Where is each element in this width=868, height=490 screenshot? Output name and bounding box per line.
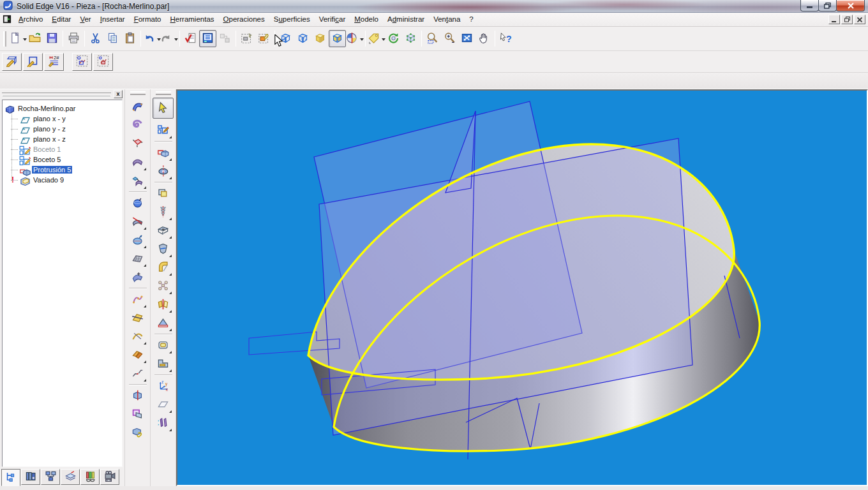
split-curve-button[interactable] [128, 364, 147, 383]
tree-item-plano-x-y[interactable]: plano x - y [4, 114, 121, 124]
menu-verificar[interactable]: Verificar [315, 13, 350, 26]
section-view-button[interactable] [346, 30, 363, 47]
relationship-dimensions-button[interactable]: 2# [44, 53, 64, 71]
hide-construction-button[interactable] [93, 53, 113, 71]
show-construction-button[interactable] [72, 53, 92, 71]
edgebar-header[interactable]: x [0, 89, 124, 99]
flyout-indicator[interactable] [169, 273, 172, 276]
derived-curve-button[interactable] [128, 327, 147, 346]
help-select-button[interactable]: ? [497, 30, 514, 47]
round-button[interactable] [153, 258, 173, 277]
validate-document-button[interactable] [182, 30, 199, 47]
fit-view-button[interactable] [458, 30, 475, 47]
hole-button[interactable] [153, 221, 173, 240]
thin-wall-button[interactable] [153, 336, 173, 355]
dropdown-caret[interactable] [360, 38, 364, 43]
menu-operaciones[interactable]: Operaciones [219, 13, 269, 26]
menu-archivo[interactable]: Archivo [14, 13, 47, 26]
menu-formato[interactable]: Formato [130, 13, 166, 26]
cutout-button[interactable] [153, 184, 173, 203]
flyout-indicator[interactable] [144, 305, 146, 308]
dropdown-caret[interactable] [174, 38, 178, 43]
protrusion-button[interactable] [153, 144, 173, 162]
edgebar-tab-sensors[interactable] [80, 469, 100, 485]
flyout-indicator[interactable] [144, 379, 146, 382]
mirror-button[interactable] [153, 295, 173, 314]
viewport-3d[interactable] [176, 89, 868, 486]
flyout-indicator[interactable] [169, 410, 172, 413]
menu-insertar[interactable]: Insertar [96, 13, 130, 26]
bounded-surface-button[interactable] [128, 135, 147, 153]
select-tool-button[interactable] [153, 98, 174, 119]
model-view[interactable] [177, 91, 867, 485]
menu-herramientas[interactable]: Herramientas [166, 13, 219, 26]
draw-in-sketch-button[interactable] [2, 53, 22, 71]
select-attachments-button[interactable] [255, 30, 273, 47]
part-copy-button[interactable] [153, 414, 173, 433]
tree-item-protrusi-n-5[interactable]: Protrusión 5 [4, 165, 121, 175]
offset-surface-button[interactable] [128, 153, 147, 172]
sketch-feature-button[interactable] [153, 121, 173, 140]
paste-button[interactable] [121, 30, 138, 47]
flyout-indicator[interactable] [169, 329, 172, 331]
menu-administrar[interactable]: Administrar [383, 13, 429, 26]
menu-modelo[interactable]: Modelo [350, 13, 383, 26]
save-button[interactable] [43, 30, 61, 47]
flyout-indicator[interactable] [169, 177, 172, 179]
tree-item-vaciado-9[interactable]: !Vaciado 9 [4, 175, 121, 185]
select-visible-button[interactable] [238, 30, 255, 47]
shaded-view-button[interactable] [311, 30, 329, 47]
edgebar-tab-pathfinder[interactable] [1, 469, 20, 486]
pattern-button[interactable] [153, 277, 173, 295]
slot-button[interactable] [153, 355, 173, 373]
replace-face-button[interactable] [128, 231, 147, 249]
hidden-edges-view-button[interactable] [294, 30, 311, 47]
trim-frame-button[interactable] [128, 405, 147, 424]
flyout-indicator[interactable] [169, 236, 172, 239]
flyout-indicator[interactable] [169, 158, 172, 161]
toolbar-grip[interactable] [156, 91, 171, 95]
tree-item-plano-x-z[interactable]: plano x - z [4, 134, 121, 144]
close-button[interactable] [836, 0, 865, 11]
menu-editar[interactable]: Editar [47, 13, 75, 26]
tree-item-rocha-merlino-par[interactable]: Rocha-Merlino.par [4, 103, 121, 114]
view-orientation-button[interactable] [402, 30, 419, 47]
toolbar-grip[interactable] [130, 91, 146, 95]
flyout-indicator[interactable] [144, 360, 146, 363]
tree-item-boceto-5[interactable]: Boceto 5 [4, 154, 121, 165]
minimize-button[interactable] [800, 0, 819, 11]
flyout-indicator[interactable] [144, 246, 146, 248]
mdi-minimize-button[interactable] [828, 15, 840, 24]
toolbar-grip[interactable] [3, 31, 6, 47]
divide-part-button[interactable] [128, 387, 147, 405]
edgebar-tab-layers[interactable] [61, 469, 80, 485]
activate-part-button[interactable] [216, 30, 234, 47]
edgebar-tab-rendering[interactable] [100, 469, 119, 485]
flyout-indicator[interactable] [144, 168, 146, 170]
bluesurf-button[interactable] [128, 249, 147, 268]
cut-button[interactable] [87, 30, 104, 47]
restore-button[interactable] [818, 0, 837, 11]
edgebar-grip[interactable] [2, 93, 111, 96]
edgebar-tab-feature-library[interactable] [21, 469, 40, 485]
flyout-indicator[interactable] [144, 186, 146, 189]
zoom-area-button[interactable] [424, 30, 441, 47]
menu-ventana[interactable]: Ventana [429, 13, 465, 26]
flyout-indicator[interactable] [169, 218, 172, 220]
reference-plane-button[interactable] [153, 396, 173, 414]
copy-surface-button[interactable] [128, 172, 147, 190]
open-button[interactable] [26, 30, 43, 47]
draft-button[interactable] [153, 314, 173, 332]
flyout-indicator[interactable] [169, 369, 172, 372]
zoom-button[interactable] [441, 30, 458, 47]
shaded-edges-view-button[interactable] [329, 30, 346, 47]
revolved-cutout-button[interactable] [153, 203, 173, 221]
mdi-close-button[interactable] [854, 15, 865, 24]
menu-help[interactable]: ? [465, 13, 477, 26]
flyout-indicator[interactable] [169, 292, 172, 294]
revolved-protrusion-button[interactable] [153, 162, 173, 181]
show-labels-button[interactable] [368, 30, 385, 47]
trim-surface-button[interactable] [128, 212, 147, 231]
flyout-indicator[interactable] [169, 136, 172, 138]
wireframe-view-button[interactable] [277, 30, 294, 47]
